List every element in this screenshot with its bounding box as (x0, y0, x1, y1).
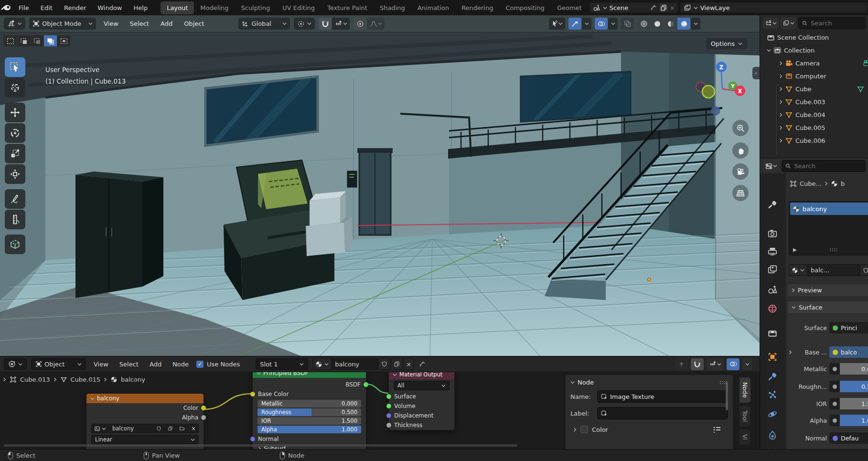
image-texture-node-header[interactable]: balcony (86, 394, 204, 403)
breadcrumb-material[interactable]: balcony (121, 376, 145, 383)
slot-selector[interactable]: Slot 1 (256, 358, 308, 370)
node-color-row[interactable]: Color (570, 426, 728, 433)
shading-solid[interactable] (651, 18, 664, 30)
shading-wireframe[interactable] (637, 18, 650, 30)
pivot-point[interactable] (294, 18, 315, 30)
decorator-dot[interactable] (829, 398, 840, 409)
breadcrumb-object[interactable]: Cube... (800, 180, 822, 187)
blender-logo-icon[interactable] (0, 3, 12, 12)
select-set[interactable] (4, 35, 17, 46)
expander-right-icon[interactable] (779, 74, 782, 78)
principled-bsdf-node[interactable]: Principled BSDF BSDF Base Color Metallic… (252, 372, 366, 449)
tool-rotate[interactable] (5, 123, 25, 143)
tab-render-icon[interactable] (767, 228, 778, 239)
overlays-toggle[interactable] (727, 358, 739, 370)
tab-modeling[interactable]: Modeling (194, 1, 235, 14)
mesh-data-icon[interactable] (857, 85, 865, 93)
tool-transform[interactable] (5, 164, 25, 184)
select-intersect[interactable] (57, 35, 70, 46)
outliner-row-cube006[interactable]: Cube.006 (760, 134, 868, 147)
bsdf-node-header[interactable]: Principled BSDF (253, 372, 366, 378)
transform-orientation[interactable]: Global (238, 18, 290, 30)
outliner-search[interactable] (798, 17, 866, 29)
node-name-field[interactable]: Image Texture (597, 390, 728, 403)
pin-icon[interactable] (418, 360, 426, 368)
tab-object-icon[interactable] (767, 352, 778, 362)
tool-move[interactable] (5, 103, 25, 122)
orthographic-grid-button[interactable] (732, 185, 749, 201)
expander-right-icon[interactable] (779, 113, 782, 117)
mode-selector[interactable]: Object Mode (29, 18, 96, 30)
target-select[interactable]: All (394, 381, 450, 390)
tab-constraints-icon[interactable] (767, 430, 778, 440)
outliner-row-computer[interactable]: Computer (760, 70, 868, 83)
material-slot-list[interactable]: balcony ▶ (789, 201, 868, 256)
tab-rendering[interactable]: Rendering (455, 1, 499, 14)
alpha-slider[interactable]: 1.0 (840, 415, 868, 426)
expander-right-icon[interactable] (779, 61, 782, 65)
sh-menu-node[interactable]: Node (169, 359, 192, 370)
shading-settings[interactable] (691, 18, 700, 30)
canvas-hscrollbar[interactable] (4, 444, 517, 447)
snap-settings[interactable] (332, 18, 350, 30)
overlays-settings[interactable] (742, 358, 752, 370)
menu-file[interactable]: File (13, 2, 34, 13)
material-browse[interactable] (789, 264, 807, 276)
tab-node[interactable]: Node (739, 377, 751, 403)
alpha-slider[interactable]: Alpha1.000 (257, 426, 361, 433)
breadcrumb-object[interactable]: Cube.013 (20, 376, 50, 383)
outliner-filter[interactable] (781, 17, 796, 29)
proportional-editing-toggle[interactable] (354, 18, 366, 30)
panel-collapse-arrow[interactable]: ‹ (752, 67, 760, 79)
material-name-field[interactable]: balcony (332, 358, 378, 370)
sh-menu-add[interactable]: Add (146, 359, 165, 370)
material-name-field[interactable]: balc... (808, 264, 859, 276)
proportional-falloff[interactable] (367, 18, 385, 30)
outliner-display-mode[interactable] (763, 17, 779, 29)
tab-shading[interactable]: Shading (374, 1, 411, 14)
unlink-material-button[interactable]: × (403, 358, 414, 370)
open-image-button[interactable] (176, 424, 188, 433)
interpolation-select[interactable]: Linear (91, 435, 199, 444)
tab-output-icon[interactable] (767, 247, 778, 257)
color-checkbox[interactable] (580, 426, 588, 433)
snap-toggle[interactable] (319, 18, 332, 30)
ior-slider[interactable]: IOR1.500 (257, 417, 361, 425)
metallic-slider[interactable]: Metallic0.000 (257, 400, 361, 407)
properties-search-input[interactable] (793, 162, 862, 170)
outliner-row-cube005[interactable]: Cube.005 (760, 121, 868, 134)
normal-input[interactable]: Defau (829, 432, 868, 444)
pin-icon[interactable] (650, 4, 657, 11)
thickness-socket[interactable] (386, 422, 392, 428)
properties-search[interactable] (782, 160, 866, 172)
menu-edit[interactable]: Edit (35, 2, 58, 13)
decorator-dot[interactable] (829, 415, 840, 426)
roughness-slider[interactable]: Roughness0.500 (257, 408, 361, 416)
material-browse[interactable] (312, 358, 332, 370)
roughness-slider[interactable]: 0.5 (840, 381, 868, 392)
node-panel-header[interactable]: Node (570, 379, 728, 386)
editor-type-shader[interactable] (4, 358, 27, 370)
object-type-visibility[interactable] (549, 18, 565, 30)
tab-layout[interactable]: Layout (161, 1, 194, 14)
tab-tool[interactable]: Tool (739, 405, 751, 427)
navigation-gizmo[interactable]: Y Z X (688, 52, 752, 123)
outliner-row-camera[interactable]: Camera (760, 57, 868, 70)
camera-data-icon[interactable] (863, 59, 868, 67)
metallic-slider[interactable]: 0.0 (840, 363, 868, 375)
outliner-row-cube003[interactable]: Cube.003 (760, 96, 868, 108)
tool-cursor[interactable] (5, 78, 25, 97)
outliner-row-scene-collection[interactable]: Scene Collection (760, 31, 868, 44)
copy-icon[interactable] (165, 424, 176, 433)
tab-view-layer-icon[interactable] (767, 264, 778, 275)
fake-user-button[interactable] (378, 358, 390, 370)
vp-menu-view[interactable]: View (100, 18, 122, 29)
outliner-row-cube004[interactable]: Cube.004 (760, 108, 868, 121)
select-invert[interactable] (44, 35, 57, 46)
fake-user-button[interactable] (153, 424, 164, 433)
expander-right-icon[interactable] (779, 100, 782, 104)
fake-user-button[interactable] (860, 264, 868, 276)
expander-right-icon[interactable] (779, 126, 782, 130)
snap-toggle[interactable] (691, 358, 704, 370)
close-icon[interactable]: × (670, 4, 675, 11)
